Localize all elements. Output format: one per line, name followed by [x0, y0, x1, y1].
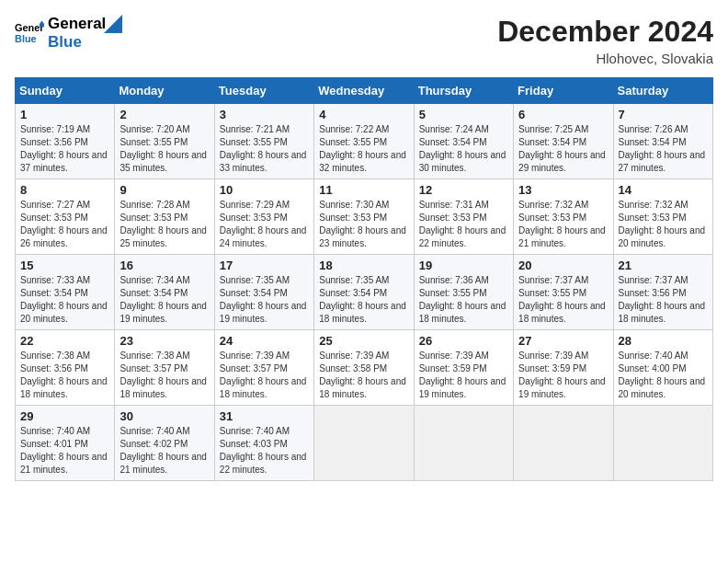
cell-content: Sunrise: 7:29 AMSunset: 3:53 PMDaylight:…	[220, 199, 309, 250]
day-number: 28	[619, 334, 708, 348]
cell-content: Sunrise: 7:38 AMSunset: 3:57 PMDaylight:…	[119, 350, 209, 401]
cell-content: Sunrise: 7:25 AMSunset: 3:54 PMDaylight:…	[518, 123, 608, 175]
cell-content: Sunrise: 7:40 AMSunset: 4:00 PMDaylight:…	[619, 350, 708, 401]
calendar-cell: 30Sunrise: 7:40 AMSunset: 4:02 PMDayligh…	[115, 406, 214, 481]
cell-content: Sunrise: 7:40 AMSunset: 4:03 PMDaylight:…	[220, 425, 309, 477]
cell-content: Sunrise: 7:24 AMSunset: 3:54 PMDaylight:…	[419, 123, 508, 175]
day-number: 19	[419, 259, 508, 272]
day-number: 8	[20, 183, 109, 197]
logo-triangle-icon	[104, 15, 122, 33]
cell-content: Sunrise: 7:35 AMSunset: 3:54 PMDaylight:…	[220, 274, 309, 326]
cell-content: Sunrise: 7:38 AMSunset: 3:56 PMDaylight:…	[20, 350, 109, 401]
day-number: 26	[419, 334, 508, 348]
cell-content: Sunrise: 7:37 AMSunset: 3:56 PMDaylight:…	[619, 274, 708, 326]
day-number: 2	[119, 108, 209, 121]
header-cell-saturday: Saturday	[613, 78, 712, 104]
calendar-header-row: SundayMondayTuesdayWednesdayThursdayFrid…	[16, 78, 713, 104]
calendar-cell	[613, 406, 712, 481]
calendar-cell: 29Sunrise: 7:40 AMSunset: 4:01 PMDayligh…	[16, 406, 115, 481]
month-year-title: December 2024	[497, 15, 713, 49]
calendar-cell: 27Sunrise: 7:39 AMSunset: 3:59 PMDayligh…	[514, 330, 613, 406]
calendar-week-row: 8Sunrise: 7:27 AMSunset: 3:53 PMDaylight…	[16, 179, 713, 255]
calendar-cell: 24Sunrise: 7:39 AMSunset: 3:57 PMDayligh…	[214, 330, 313, 406]
cell-content: Sunrise: 7:26 AMSunset: 3:54 PMDaylight:…	[619, 123, 708, 175]
calendar-cell: 12Sunrise: 7:31 AMSunset: 3:53 PMDayligh…	[414, 179, 513, 255]
cell-content: Sunrise: 7:39 AMSunset: 3:59 PMDaylight:…	[419, 350, 508, 401]
cell-content: Sunrise: 7:27 AMSunset: 3:53 PMDaylight:…	[20, 199, 109, 250]
svg-marker-4	[104, 15, 122, 33]
calendar-cell: 22Sunrise: 7:38 AMSunset: 3:56 PMDayligh…	[16, 330, 115, 406]
day-number: 7	[619, 108, 708, 121]
cell-content: Sunrise: 7:32 AMSunset: 3:53 PMDaylight:…	[518, 199, 608, 250]
cell-content: Sunrise: 7:36 AMSunset: 3:55 PMDaylight:…	[419, 274, 508, 326]
cell-content: Sunrise: 7:39 AMSunset: 3:58 PMDaylight:…	[319, 350, 408, 401]
calendar-cell: 16Sunrise: 7:34 AMSunset: 3:54 PMDayligh…	[115, 255, 214, 330]
calendar-cell: 28Sunrise: 7:40 AMSunset: 4:00 PMDayligh…	[613, 330, 712, 406]
logo-blue: Blue	[48, 33, 106, 52]
cell-content: Sunrise: 7:35 AMSunset: 3:54 PMDaylight:…	[319, 274, 408, 326]
cell-content: Sunrise: 7:32 AMSunset: 3:53 PMDaylight:…	[619, 199, 708, 250]
calendar-cell: 31Sunrise: 7:40 AMSunset: 4:03 PMDayligh…	[214, 406, 313, 481]
cell-content: Sunrise: 7:39 AMSunset: 3:57 PMDaylight:…	[220, 350, 309, 401]
cell-content: Sunrise: 7:28 AMSunset: 3:53 PMDaylight:…	[119, 199, 209, 250]
day-number: 31	[220, 409, 309, 423]
calendar-cell: 19Sunrise: 7:36 AMSunset: 3:55 PMDayligh…	[414, 255, 513, 330]
day-number: 10	[220, 183, 309, 197]
calendar-cell: 1Sunrise: 7:19 AMSunset: 3:56 PMDaylight…	[16, 104, 115, 179]
day-number: 1	[20, 108, 109, 121]
cell-content: Sunrise: 7:31 AMSunset: 3:53 PMDaylight:…	[419, 199, 508, 250]
calendar-body: 1Sunrise: 7:19 AMSunset: 3:56 PMDaylight…	[16, 104, 713, 481]
calendar-cell: 11Sunrise: 7:30 AMSunset: 3:53 PMDayligh…	[314, 179, 414, 255]
header-cell-tuesday: Tuesday	[214, 78, 313, 104]
day-number: 13	[518, 183, 608, 197]
day-number: 21	[619, 259, 708, 272]
calendar-cell: 3Sunrise: 7:21 AMSunset: 3:55 PMDaylight…	[214, 104, 313, 179]
calendar-cell	[314, 406, 414, 481]
cell-content: Sunrise: 7:33 AMSunset: 3:54 PMDaylight:…	[20, 274, 109, 326]
cell-content: Sunrise: 7:40 AMSunset: 4:01 PMDaylight:…	[20, 425, 109, 477]
calendar-cell: 8Sunrise: 7:27 AMSunset: 3:53 PMDaylight…	[16, 179, 115, 255]
day-number: 12	[419, 183, 508, 197]
day-number: 20	[518, 259, 608, 272]
calendar-cell: 4Sunrise: 7:22 AMSunset: 3:55 PMDaylight…	[314, 104, 414, 179]
calendar-cell	[514, 406, 613, 481]
calendar-cell: 10Sunrise: 7:29 AMSunset: 3:53 PMDayligh…	[214, 179, 313, 255]
calendar-cell: 26Sunrise: 7:39 AMSunset: 3:59 PMDayligh…	[414, 330, 513, 406]
cell-content: Sunrise: 7:40 AMSunset: 4:02 PMDaylight:…	[119, 425, 209, 477]
calendar-cell: 20Sunrise: 7:37 AMSunset: 3:55 PMDayligh…	[514, 255, 613, 330]
calendar-cell: 13Sunrise: 7:32 AMSunset: 3:53 PMDayligh…	[514, 179, 613, 255]
day-number: 11	[319, 183, 408, 197]
calendar-week-row: 29Sunrise: 7:40 AMSunset: 4:01 PMDayligh…	[16, 406, 713, 481]
calendar-cell: 6Sunrise: 7:25 AMSunset: 3:54 PMDaylight…	[514, 104, 613, 179]
calendar-cell: 21Sunrise: 7:37 AMSunset: 3:56 PMDayligh…	[613, 255, 712, 330]
cell-content: Sunrise: 7:34 AMSunset: 3:54 PMDaylight:…	[119, 274, 209, 326]
logo-icon: General Blue	[15, 20, 44, 46]
day-number: 22	[20, 334, 109, 348]
calendar-cell: 9Sunrise: 7:28 AMSunset: 3:53 PMDaylight…	[115, 179, 214, 255]
svg-marker-3	[40, 23, 44, 26]
page-header: General Blue General Blue December 2024 …	[15, 15, 713, 66]
cell-content: Sunrise: 7:19 AMSunset: 3:56 PMDaylight:…	[20, 123, 109, 175]
calendar-cell: 18Sunrise: 7:35 AMSunset: 3:54 PMDayligh…	[314, 255, 414, 330]
location-subtitle: Hlohovec, Slovakia	[497, 51, 713, 66]
day-number: 30	[119, 409, 209, 423]
day-number: 5	[419, 108, 508, 121]
header-cell-thursday: Thursday	[414, 78, 513, 104]
day-number: 15	[20, 259, 109, 272]
calendar-cell: 17Sunrise: 7:35 AMSunset: 3:54 PMDayligh…	[214, 255, 313, 330]
logo: General Blue General Blue	[15, 15, 122, 51]
calendar-week-row: 22Sunrise: 7:38 AMSunset: 3:56 PMDayligh…	[16, 330, 713, 406]
calendar-week-row: 15Sunrise: 7:33 AMSunset: 3:54 PMDayligh…	[16, 255, 713, 330]
day-number: 27	[518, 334, 608, 348]
cell-content: Sunrise: 7:22 AMSunset: 3:55 PMDaylight:…	[319, 123, 408, 175]
header-cell-friday: Friday	[514, 78, 613, 104]
calendar-cell: 23Sunrise: 7:38 AMSunset: 3:57 PMDayligh…	[115, 330, 214, 406]
cell-content: Sunrise: 7:30 AMSunset: 3:53 PMDaylight:…	[319, 199, 408, 250]
day-number: 24	[220, 334, 309, 348]
calendar-cell: 25Sunrise: 7:39 AMSunset: 3:58 PMDayligh…	[314, 330, 414, 406]
day-number: 17	[220, 259, 309, 272]
day-number: 14	[619, 183, 708, 197]
calendar-week-row: 1Sunrise: 7:19 AMSunset: 3:56 PMDaylight…	[16, 104, 713, 179]
header-cell-wednesday: Wednesday	[314, 78, 414, 104]
day-number: 18	[319, 259, 408, 272]
